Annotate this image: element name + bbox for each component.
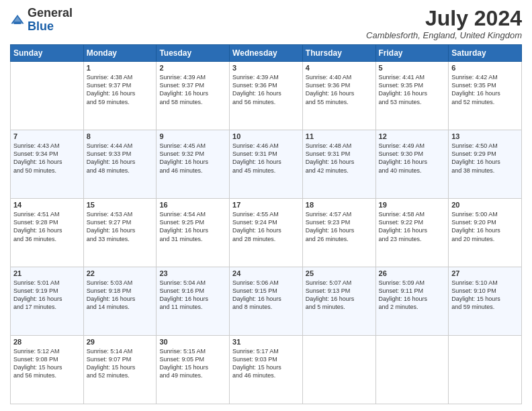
day-info: Sunrise: 4:39 AM Sunset: 9:37 PM Dayligh…: [159, 73, 226, 106]
calendar-cell: 4Sunrise: 4:40 AM Sunset: 9:36 PM Daylig…: [302, 62, 375, 130]
logo-icon: [10, 13, 25, 28]
calendar-cell: 27Sunrise: 5:10 AM Sunset: 9:10 PM Dayli…: [449, 267, 522, 336]
day-info: Sunrise: 5:00 AM Sunset: 9:20 PM Dayligh…: [451, 210, 519, 243]
title-block: July 2024 Camblesforth, England, United …: [366, 7, 522, 40]
calendar-cell: 6Sunrise: 4:42 AM Sunset: 9:35 PM Daylig…: [449, 62, 522, 130]
day-info: Sunrise: 4:49 AM Sunset: 9:30 PM Dayligh…: [379, 142, 446, 175]
day-info: Sunrise: 4:45 AM Sunset: 9:32 PM Dayligh…: [159, 142, 226, 175]
day-number: 8: [87, 132, 154, 140]
day-info: Sunrise: 5:04 AM Sunset: 9:16 PM Dayligh…: [159, 279, 226, 312]
day-info: Sunrise: 5:10 AM Sunset: 9:10 PM Dayligh…: [451, 279, 519, 312]
calendar-week-row: 14Sunrise: 4:51 AM Sunset: 9:28 PM Dayli…: [11, 199, 522, 267]
month-year-title: July 2024: [366, 7, 522, 30]
day-number: 13: [451, 132, 519, 140]
day-number: 14: [13, 201, 81, 209]
day-info: Sunrise: 5:07 AM Sunset: 9:13 PM Dayligh…: [306, 279, 373, 312]
svg-rect-2: [14, 21, 21, 24]
day-info: Sunrise: 4:44 AM Sunset: 9:33 PM Dayligh…: [87, 142, 154, 175]
calendar-cell: 7Sunrise: 4:43 AM Sunset: 9:34 PM Daylig…: [11, 130, 84, 199]
day-number: 30: [159, 338, 226, 346]
location-subtitle: Camblesforth, England, United Kingdom: [366, 30, 522, 40]
day-info: Sunrise: 4:54 AM Sunset: 9:25 PM Dayligh…: [159, 210, 226, 243]
day-number: 1: [87, 64, 154, 72]
calendar-cell: 25Sunrise: 5:07 AM Sunset: 9:13 PM Dayli…: [302, 267, 375, 336]
calendar-cell: 1Sunrise: 4:38 AM Sunset: 9:37 PM Daylig…: [83, 62, 157, 130]
calendar-cell: [11, 62, 84, 130]
calendar-week-row: 7Sunrise: 4:43 AM Sunset: 9:34 PM Daylig…: [11, 130, 522, 199]
calendar-cell: 11Sunrise: 4:48 AM Sunset: 9:31 PM Dayli…: [302, 130, 375, 199]
day-info: Sunrise: 4:50 AM Sunset: 9:29 PM Dayligh…: [451, 142, 519, 175]
day-info: Sunrise: 4:41 AM Sunset: 9:35 PM Dayligh…: [379, 73, 446, 106]
logo-text: General Blue: [28, 7, 73, 34]
calendar-cell: 17Sunrise: 4:55 AM Sunset: 9:24 PM Dayli…: [230, 199, 303, 267]
day-info: Sunrise: 5:17 AM Sunset: 9:03 PM Dayligh…: [232, 347, 300, 380]
day-number: 27: [451, 269, 519, 277]
calendar-cell: 26Sunrise: 5:09 AM Sunset: 9:11 PM Dayli…: [375, 267, 449, 336]
day-info: Sunrise: 5:09 AM Sunset: 9:11 PM Dayligh…: [379, 279, 446, 312]
calendar-cell: [375, 336, 449, 404]
day-number: 28: [13, 338, 81, 346]
day-info: Sunrise: 4:53 AM Sunset: 9:27 PM Dayligh…: [87, 210, 154, 243]
calendar-cell: [449, 336, 522, 404]
day-info: Sunrise: 4:43 AM Sunset: 9:34 PM Dayligh…: [13, 142, 81, 175]
calendar-cell: 13Sunrise: 4:50 AM Sunset: 9:29 PM Dayli…: [449, 130, 522, 199]
calendar-cell: 15Sunrise: 4:53 AM Sunset: 9:27 PM Dayli…: [83, 199, 157, 267]
day-number: 11: [306, 132, 373, 140]
calendar-cell: 9Sunrise: 4:45 AM Sunset: 9:32 PM Daylig…: [157, 130, 230, 199]
day-info: Sunrise: 5:03 AM Sunset: 9:18 PM Dayligh…: [87, 279, 154, 312]
col-tuesday: Tuesday: [157, 45, 230, 62]
calendar-cell: 19Sunrise: 4:58 AM Sunset: 9:22 PM Dayli…: [375, 199, 449, 267]
day-number: 31: [232, 338, 300, 346]
day-number: 21: [13, 269, 81, 277]
col-wednesday: Wednesday: [230, 45, 303, 62]
col-thursday: Thursday: [302, 45, 375, 62]
day-number: 2: [159, 64, 226, 72]
calendar-cell: 14Sunrise: 4:51 AM Sunset: 9:28 PM Dayli…: [11, 199, 84, 267]
day-info: Sunrise: 4:38 AM Sunset: 9:37 PM Dayligh…: [87, 73, 154, 106]
day-number: 5: [379, 64, 446, 72]
day-number: 19: [379, 201, 446, 209]
day-number: 15: [87, 201, 154, 209]
calendar-cell: 3Sunrise: 4:39 AM Sunset: 9:36 PM Daylig…: [230, 62, 303, 130]
day-number: 6: [451, 64, 519, 72]
calendar-page: General Blue July 2024 Camblesforth, Eng…: [0, 0, 532, 411]
day-number: 9: [159, 132, 226, 140]
calendar-week-row: 28Sunrise: 5:12 AM Sunset: 9:08 PM Dayli…: [11, 336, 522, 404]
day-number: 26: [379, 269, 446, 277]
day-number: 23: [159, 269, 226, 277]
day-number: 12: [379, 132, 446, 140]
day-number: 24: [232, 269, 300, 277]
day-info: Sunrise: 5:01 AM Sunset: 9:19 PM Dayligh…: [13, 279, 81, 312]
day-info: Sunrise: 4:48 AM Sunset: 9:31 PM Dayligh…: [306, 142, 373, 175]
calendar-cell: 28Sunrise: 5:12 AM Sunset: 9:08 PM Dayli…: [11, 336, 84, 404]
calendar-cell: 22Sunrise: 5:03 AM Sunset: 9:18 PM Dayli…: [83, 267, 157, 336]
day-info: Sunrise: 4:51 AM Sunset: 9:28 PM Dayligh…: [13, 210, 81, 243]
day-number: 25: [306, 269, 373, 277]
calendar-header-row: Sunday Monday Tuesday Wednesday Thursday…: [11, 45, 522, 62]
day-number: 4: [306, 64, 373, 72]
day-number: 3: [232, 64, 300, 72]
day-number: 10: [232, 132, 300, 140]
calendar-table: Sunday Monday Tuesday Wednesday Thursday…: [10, 44, 522, 404]
col-sunday: Sunday: [11, 45, 84, 62]
calendar-cell: 16Sunrise: 4:54 AM Sunset: 9:25 PM Dayli…: [157, 199, 230, 267]
calendar-cell: 12Sunrise: 4:49 AM Sunset: 9:30 PM Dayli…: [375, 130, 449, 199]
day-info: Sunrise: 5:14 AM Sunset: 9:07 PM Dayligh…: [87, 347, 154, 380]
day-info: Sunrise: 4:40 AM Sunset: 9:36 PM Dayligh…: [306, 73, 373, 106]
day-info: Sunrise: 4:46 AM Sunset: 9:31 PM Dayligh…: [232, 142, 300, 175]
calendar-cell: 18Sunrise: 4:57 AM Sunset: 9:23 PM Dayli…: [302, 199, 375, 267]
day-number: 17: [232, 201, 300, 209]
calendar-cell: 10Sunrise: 4:46 AM Sunset: 9:31 PM Dayli…: [230, 130, 303, 199]
day-info: Sunrise: 4:39 AM Sunset: 9:36 PM Dayligh…: [232, 73, 300, 106]
calendar-cell: [302, 336, 375, 404]
day-number: 20: [451, 201, 519, 209]
header: General Blue July 2024 Camblesforth, Eng…: [10, 7, 522, 40]
calendar-cell: 29Sunrise: 5:14 AM Sunset: 9:07 PM Dayli…: [83, 336, 157, 404]
col-saturday: Saturday: [449, 45, 522, 62]
calendar-cell: 21Sunrise: 5:01 AM Sunset: 9:19 PM Dayli…: [11, 267, 84, 336]
logo: General Blue: [10, 7, 73, 34]
calendar-cell: 31Sunrise: 5:17 AM Sunset: 9:03 PM Dayli…: [230, 336, 303, 404]
calendar-week-row: 21Sunrise: 5:01 AM Sunset: 9:19 PM Dayli…: [11, 267, 522, 336]
day-number: 16: [159, 201, 226, 209]
calendar-cell: 2Sunrise: 4:39 AM Sunset: 9:37 PM Daylig…: [157, 62, 230, 130]
